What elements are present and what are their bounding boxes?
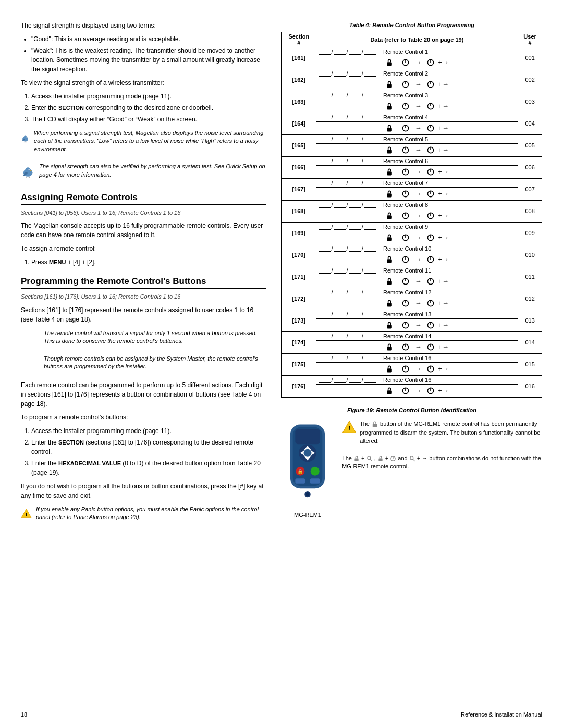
data-cell: / / / Remote Control 16 xyxy=(316,375,518,384)
lock-icon-inline xyxy=(371,421,378,428)
user-cell: 003 xyxy=(518,91,542,113)
icon-row-cell: → +→ xyxy=(316,187,518,200)
power-icon xyxy=(401,233,410,242)
svg-rect-87 xyxy=(387,347,392,350)
svg-point-113 xyxy=(311,467,320,476)
table-row: [163] / / / Remote Control 3 003 xyxy=(282,91,542,100)
table-row: [170] / / / Remote Control 10 010 xyxy=(282,244,542,253)
page: The signal strength is displayed using t… xyxy=(0,0,563,728)
data-cell: / / / Remote Control 16 xyxy=(316,353,518,362)
key-icon-inline xyxy=(366,455,373,462)
section-cell: [173] xyxy=(282,310,316,331)
table-row: [167] / / / Remote Control 7 007 xyxy=(282,178,542,187)
table-row: [161] / / / Remote Control 1 001 xyxy=(282,47,542,56)
program-sub: Sections [161] to [176]: Users 1 to 16; … xyxy=(21,292,266,301)
user-cell: 009 xyxy=(518,222,542,244)
data-cell: / / / Remote Control 9 xyxy=(316,222,518,231)
section-cell: [171] xyxy=(282,266,316,288)
left-column: The signal strength is displayed using t… xyxy=(21,21,266,697)
power-arrow-icon xyxy=(426,102,435,110)
assign-sub: Sections [041] to [056]: Users 1 to 16; … xyxy=(21,208,266,217)
icon-row-cell: → +→ xyxy=(316,209,518,222)
lock-icon xyxy=(385,168,394,176)
data-cell: / / / Remote Control 10 xyxy=(316,244,518,253)
svg-point-1 xyxy=(24,135,27,139)
icon-row-cell: → +→ xyxy=(316,143,518,156)
table-row-icons: → +→ xyxy=(282,384,542,397)
section-cell: [161] xyxy=(282,47,316,69)
figure-note2: The + , + xyxy=(342,454,542,471)
section-cell: [175] xyxy=(282,353,316,375)
svg-rect-82 xyxy=(387,325,392,328)
note-box-1: When performing a signal strength test, … xyxy=(21,129,266,157)
note-box-2: The signal strength can also be verified… xyxy=(21,163,266,183)
lock-icon xyxy=(385,58,394,67)
table-row-icons: → +→ xyxy=(282,56,542,69)
user-cell: 014 xyxy=(518,331,542,353)
section-cell: [166] xyxy=(282,156,316,178)
power-arrow-icon xyxy=(426,80,435,89)
icon-row-cell: → +→ xyxy=(316,318,518,331)
user-cell: 005 xyxy=(518,134,542,156)
step-item: Press Menu + [4] + [2]. xyxy=(31,257,266,267)
section-cell: [176] xyxy=(282,375,316,397)
svg-rect-124 xyxy=(378,458,382,461)
svg-rect-47 xyxy=(387,171,392,175)
data-cell: / / / Remote Control 2 xyxy=(316,69,518,78)
power-arrow-icon xyxy=(426,255,435,264)
lock-icon xyxy=(385,299,394,307)
section-cell: [163] xyxy=(282,91,316,113)
svg-rect-72 xyxy=(387,281,392,285)
svg-rect-97 xyxy=(387,390,392,394)
table-row: [162] / / / Remote Control 2 002 xyxy=(282,69,542,78)
icon-row-cell: → +→ xyxy=(316,384,518,397)
remote-svg: 🔒 xyxy=(282,419,334,508)
view-signal-heading: To view the signal strength of a wireles… xyxy=(21,78,266,88)
power-icon xyxy=(401,168,410,176)
icon-row-cell: → +→ xyxy=(316,340,518,353)
svg-rect-62 xyxy=(387,237,392,241)
power-arrow-icon xyxy=(426,212,435,220)
warn-icon-fig: ! xyxy=(342,419,357,434)
svg-rect-92 xyxy=(387,368,392,372)
svg-line-128 xyxy=(413,459,415,461)
note-text-1: When performing a signal strength test, … xyxy=(34,129,266,153)
power-arrow-icon xyxy=(426,190,435,198)
lock-icon-inline2 xyxy=(353,455,360,462)
program-steps: Access the installer programming mode (p… xyxy=(31,426,266,477)
svg-rect-27 xyxy=(387,84,392,88)
power-icon xyxy=(401,387,410,395)
figure-label: MG-REM1 xyxy=(282,511,334,520)
table-row-icons: → +→ xyxy=(282,275,542,288)
remote-control-image: 🔒 MG-REM1 xyxy=(282,419,334,524)
svg-text:!: ! xyxy=(26,511,27,517)
icon-row-cell: → +→ xyxy=(316,297,518,310)
section-cell: [167] xyxy=(282,178,316,200)
figure-caption: Figure 19: Remote Control Button Identif… xyxy=(282,406,542,415)
icon-row-cell: → +→ xyxy=(316,362,518,375)
power-icon xyxy=(401,365,410,373)
power-arrow-icon xyxy=(426,168,435,176)
svg-point-110 xyxy=(303,449,311,457)
svg-text:!: ! xyxy=(348,425,350,432)
user-cell: 013 xyxy=(518,310,542,331)
assign-heading: Assigning Remote Controls xyxy=(21,192,266,205)
table-row: [168] / / / Remote Control 8 008 xyxy=(282,200,542,209)
data-cell: / / / Remote Control 8 xyxy=(316,200,518,209)
table-row-icons: → +→ xyxy=(282,297,542,310)
table-row-icons: → +→ xyxy=(282,165,542,178)
power-arrow-icon xyxy=(426,124,435,132)
svg-point-11 xyxy=(26,167,31,172)
section-cell: [174] xyxy=(282,331,316,353)
icon-row-cell: → +→ xyxy=(316,231,518,244)
table-row-icons: → +→ xyxy=(282,231,542,244)
table-caption: Table 4: Remote Control Button Programmi… xyxy=(282,21,542,30)
section-cell: [165] xyxy=(282,134,316,156)
bullet-item: "Good": This is an average reading and i… xyxy=(31,34,266,44)
power-arrow-icon xyxy=(426,277,435,286)
power-icon xyxy=(401,124,410,132)
lock-icon xyxy=(385,124,394,132)
svg-line-9 xyxy=(26,142,27,143)
warning-icon: ! xyxy=(21,505,32,521)
figure-note1: The button of the MG-REM1 remote control… xyxy=(360,419,542,446)
